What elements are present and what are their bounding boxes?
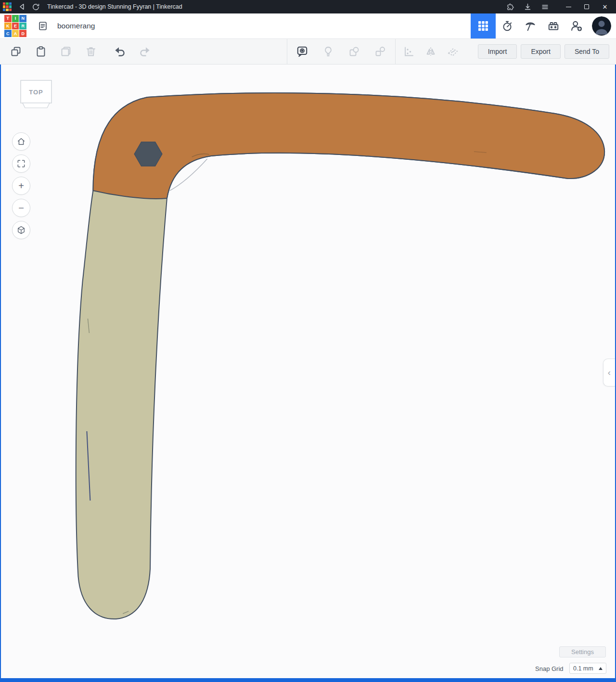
paste-icon[interactable] bbox=[30, 41, 52, 62]
blocks-grid-button[interactable] bbox=[471, 13, 496, 39]
site-favicon bbox=[3, 2, 12, 11]
app-header: TINKERCAD boomerang bbox=[0, 13, 616, 39]
boomerang-upper-arm[interactable] bbox=[93, 93, 604, 199]
collaborate-icon[interactable] bbox=[565, 13, 588, 39]
logo-cell: T bbox=[4, 15, 12, 22]
fit-view-button[interactable] bbox=[12, 154, 30, 173]
avatar[interactable] bbox=[592, 16, 611, 36]
scene-svg bbox=[1, 64, 615, 678]
downloads-icon[interactable] bbox=[521, 1, 534, 13]
logo-cell: A bbox=[12, 30, 19, 37]
redo-icon[interactable] bbox=[134, 41, 156, 62]
right-panel-toggle[interactable]: ‹ bbox=[603, 359, 615, 386]
logo-cell bbox=[3, 5, 5, 8]
sim-lab-icon[interactable] bbox=[496, 13, 519, 39]
snap-grid-value: 0.1 mm bbox=[573, 665, 593, 672]
close-icon: ✕ bbox=[603, 4, 608, 10]
minimize-icon bbox=[566, 7, 571, 7]
grid-icon bbox=[478, 21, 488, 31]
snap-grid-select[interactable]: 0.1 mm bbox=[569, 663, 606, 674]
mirror-icon[interactable] bbox=[420, 41, 442, 62]
logo-cell bbox=[6, 9, 8, 11]
home-view-button[interactable] bbox=[12, 132, 30, 151]
logo-cell bbox=[3, 9, 5, 11]
logo-cell: E bbox=[12, 23, 19, 30]
plus-icon: + bbox=[18, 180, 24, 192]
shape-tools-group bbox=[285, 39, 464, 64]
minecraft-pickaxe-icon[interactable] bbox=[519, 13, 542, 39]
logo-cell: I bbox=[12, 15, 19, 22]
tips-lightbulb-icon[interactable] bbox=[315, 41, 341, 62]
copy-icon[interactable] bbox=[5, 41, 27, 62]
tinkercad-logo[interactable]: TINKERCAD bbox=[4, 15, 26, 37]
ungroup-icon[interactable] bbox=[367, 41, 393, 62]
undo-icon[interactable] bbox=[109, 41, 131, 62]
ruler-icon[interactable] bbox=[442, 41, 464, 62]
browser-titlebar: Tinkercad - 3D design Stunning Fyyran | … bbox=[0, 0, 616, 13]
3d-viewport[interactable]: TOP + − ‹ Settings Snap Grid 0.1 mm bbox=[0, 64, 616, 678]
titlebar-actions: ✕ bbox=[503, 1, 616, 13]
browser-window: Tinkercad - 3D design Stunning Fyyran | … bbox=[0, 0, 616, 682]
person-silhouette-icon bbox=[592, 16, 611, 36]
logo-cell: D bbox=[19, 30, 26, 37]
toolbar-divider bbox=[287, 39, 287, 64]
extensions-icon[interactable] bbox=[503, 1, 517, 13]
snap-grid-label: Snap Grid bbox=[535, 665, 564, 672]
zoom-in-button[interactable]: + bbox=[12, 177, 30, 195]
design-menu-icon[interactable] bbox=[36, 19, 50, 33]
logo-cell bbox=[6, 2, 8, 5]
io-buttons-group: Import Export Send To bbox=[478, 39, 609, 64]
minimize-button[interactable] bbox=[561, 1, 576, 13]
send-to-button[interactable]: Send To bbox=[565, 44, 609, 59]
edit-toolbar: Import Export Send To bbox=[0, 39, 616, 64]
window-bottom-border bbox=[0, 678, 616, 682]
logo-cell bbox=[9, 2, 12, 5]
notes-icon[interactable] bbox=[289, 41, 315, 62]
fit-view-icon bbox=[16, 159, 26, 168]
maximize-icon bbox=[584, 4, 589, 9]
back-icon[interactable] bbox=[15, 1, 29, 13]
home-icon bbox=[16, 137, 26, 146]
reload-icon[interactable] bbox=[29, 1, 42, 13]
maximize-button[interactable] bbox=[579, 1, 594, 13]
minus-icon: − bbox=[18, 203, 24, 214]
zoom-out-button[interactable]: − bbox=[12, 199, 30, 217]
logo-cell bbox=[9, 9, 12, 11]
align-icon[interactable] bbox=[398, 41, 420, 62]
logo-cell bbox=[6, 5, 8, 8]
close-button[interactable]: ✕ bbox=[598, 1, 612, 13]
view-cube[interactable]: TOP bbox=[19, 79, 54, 110]
export-button[interactable]: Export bbox=[521, 44, 560, 59]
logo-cell: C bbox=[4, 30, 12, 37]
logo-cell: K bbox=[4, 23, 12, 30]
duplicate-icon[interactable] bbox=[55, 41, 77, 62]
perspective-toggle-button[interactable] bbox=[12, 221, 30, 239]
lego-brick-icon[interactable] bbox=[542, 13, 565, 39]
import-button[interactable]: Import bbox=[478, 44, 517, 59]
page-title: Tinkercad - 3D design Stunning Fyyran | … bbox=[47, 3, 182, 10]
group-icon[interactable] bbox=[341, 41, 367, 62]
settings-button[interactable]: Settings bbox=[559, 646, 606, 657]
logo-cell bbox=[3, 2, 5, 5]
logo-cell bbox=[9, 5, 12, 8]
logo-cell: R bbox=[19, 23, 26, 30]
logo-cell: N bbox=[19, 15, 26, 22]
view-cube-label[interactable]: TOP bbox=[29, 89, 43, 96]
header-actions bbox=[471, 13, 616, 39]
clipboard-group bbox=[5, 39, 156, 64]
app-menu-icon[interactable] bbox=[538, 1, 552, 13]
toolbar-divider bbox=[395, 39, 396, 64]
design-title[interactable]: boomerang bbox=[57, 22, 95, 30]
caret-up-icon bbox=[599, 667, 603, 670]
delete-icon[interactable] bbox=[80, 41, 102, 62]
chevron-left-icon: ‹ bbox=[608, 367, 611, 378]
perspective-cube-icon bbox=[16, 225, 26, 235]
